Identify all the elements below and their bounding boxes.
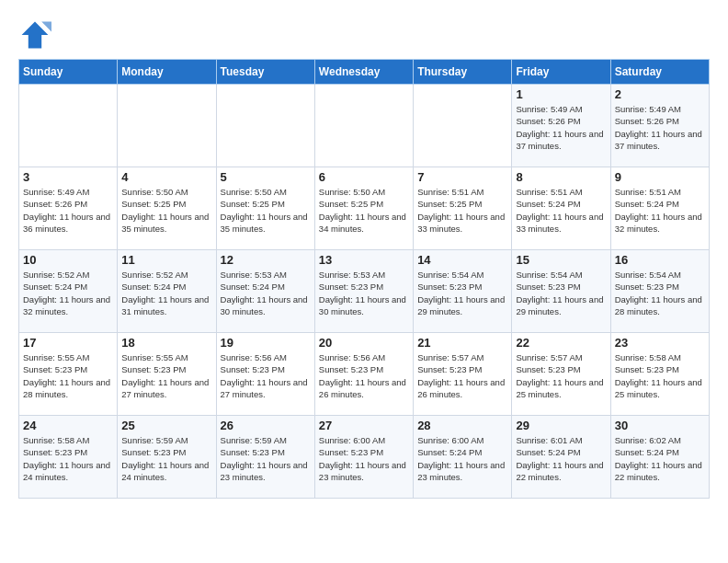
day-number: 16 bbox=[615, 253, 705, 267]
day-number: 2 bbox=[615, 87, 705, 101]
day-number: 10 bbox=[23, 253, 113, 267]
day-number: 9 bbox=[615, 170, 705, 184]
day-number: 1 bbox=[516, 87, 606, 101]
calendar-cell: 17Sunrise: 5:55 AM Sunset: 5:23 PM Dayli… bbox=[19, 333, 118, 416]
day-number: 4 bbox=[121, 170, 211, 184]
calendar-cell: 16Sunrise: 5:54 AM Sunset: 5:23 PM Dayli… bbox=[610, 250, 709, 333]
calendar-cell: 9Sunrise: 5:51 AM Sunset: 5:24 PM Daylig… bbox=[610, 167, 709, 250]
cell-info-text: Sunrise: 6:02 AM Sunset: 5:24 PM Dayligh… bbox=[615, 434, 705, 483]
cell-info-text: Sunrise: 5:53 AM Sunset: 5:24 PM Dayligh… bbox=[221, 269, 311, 317]
calendar-cell: 18Sunrise: 5:55 AM Sunset: 5:23 PM Dayli… bbox=[118, 333, 216, 416]
cell-info-text: Sunrise: 5:54 AM Sunset: 5:23 PM Dayligh… bbox=[417, 269, 507, 317]
calendar-cell: 1Sunrise: 5:49 AM Sunset: 5:26 PM Daylig… bbox=[512, 85, 610, 167]
calendar-cell bbox=[414, 85, 512, 167]
cell-info-text: Sunrise: 5:51 AM Sunset: 5:24 PM Dayligh… bbox=[615, 186, 705, 235]
cell-info-text: Sunrise: 5:56 AM Sunset: 5:23 PM Dayligh… bbox=[221, 351, 311, 400]
calendar-week-row: 24Sunrise: 5:58 AM Sunset: 5:23 PM Dayli… bbox=[19, 416, 710, 499]
calendar-cell: 3Sunrise: 5:49 AM Sunset: 5:26 PM Daylig… bbox=[19, 167, 118, 250]
calendar-cell: 8Sunrise: 5:51 AM Sunset: 5:24 PM Daylig… bbox=[512, 167, 610, 250]
cell-info-text: Sunrise: 5:49 AM Sunset: 5:26 PM Dayligh… bbox=[23, 186, 113, 235]
day-number: 23 bbox=[615, 336, 705, 350]
header-friday: Friday bbox=[512, 60, 610, 85]
day-number: 27 bbox=[319, 419, 409, 432]
cell-info-text: Sunrise: 5:54 AM Sunset: 5:23 PM Dayligh… bbox=[516, 269, 606, 317]
day-number: 18 bbox=[121, 336, 211, 350]
cell-info-text: Sunrise: 5:50 AM Sunset: 5:25 PM Dayligh… bbox=[221, 186, 311, 235]
calendar-cell: 12Sunrise: 5:53 AM Sunset: 5:24 PM Dayli… bbox=[216, 250, 314, 333]
header-sunday: Sunday bbox=[19, 60, 118, 85]
calendar-cell bbox=[314, 85, 413, 167]
calendar-cell: 23Sunrise: 5:58 AM Sunset: 5:23 PM Dayli… bbox=[610, 333, 709, 416]
cell-info-text: Sunrise: 5:50 AM Sunset: 5:25 PM Dayligh… bbox=[121, 186, 211, 235]
cell-info-text: Sunrise: 5:52 AM Sunset: 5:24 PM Dayligh… bbox=[121, 269, 211, 317]
day-number: 15 bbox=[516, 253, 606, 267]
cell-info-text: Sunrise: 5:54 AM Sunset: 5:23 PM Dayligh… bbox=[615, 269, 705, 317]
cell-info-text: Sunrise: 5:57 AM Sunset: 5:23 PM Dayligh… bbox=[516, 351, 606, 400]
day-number: 25 bbox=[121, 419, 211, 432]
calendar-week-row: 17Sunrise: 5:55 AM Sunset: 5:23 PM Dayli… bbox=[19, 333, 710, 416]
calendar-cell: 21Sunrise: 5:57 AM Sunset: 5:23 PM Dayli… bbox=[414, 333, 512, 416]
calendar-cell: 22Sunrise: 5:57 AM Sunset: 5:23 PM Dayli… bbox=[512, 333, 610, 416]
calendar-cell: 7Sunrise: 5:51 AM Sunset: 5:25 PM Daylig… bbox=[414, 167, 512, 250]
svg-marker-0 bbox=[22, 22, 49, 49]
day-number: 11 bbox=[121, 253, 211, 267]
day-number: 20 bbox=[319, 336, 409, 350]
day-number: 21 bbox=[417, 336, 507, 350]
calendar-table: SundayMondayTuesdayWednesdayThursdayFrid… bbox=[18, 59, 710, 499]
cell-info-text: Sunrise: 5:58 AM Sunset: 5:23 PM Dayligh… bbox=[23, 434, 113, 483]
calendar-week-row: 10Sunrise: 5:52 AM Sunset: 5:24 PM Dayli… bbox=[19, 250, 710, 333]
cell-info-text: Sunrise: 5:55 AM Sunset: 5:23 PM Dayligh… bbox=[121, 351, 211, 400]
calendar-cell: 26Sunrise: 5:59 AM Sunset: 5:23 PM Dayli… bbox=[216, 416, 314, 499]
calendar-cell: 24Sunrise: 5:58 AM Sunset: 5:23 PM Dayli… bbox=[19, 416, 118, 499]
day-number: 7 bbox=[417, 170, 507, 184]
cell-info-text: Sunrise: 5:59 AM Sunset: 5:23 PM Dayligh… bbox=[221, 434, 311, 483]
calendar-cell: 6Sunrise: 5:50 AM Sunset: 5:25 PM Daylig… bbox=[314, 167, 413, 250]
calendar-cell: 4Sunrise: 5:50 AM Sunset: 5:25 PM Daylig… bbox=[118, 167, 216, 250]
day-number: 30 bbox=[615, 419, 705, 432]
day-number: 24 bbox=[23, 419, 113, 432]
day-number: 28 bbox=[417, 419, 507, 432]
cell-info-text: Sunrise: 5:49 AM Sunset: 5:26 PM Dayligh… bbox=[615, 103, 705, 152]
calendar-cell: 19Sunrise: 5:56 AM Sunset: 5:23 PM Dayli… bbox=[216, 333, 314, 416]
calendar-cell: 20Sunrise: 5:56 AM Sunset: 5:23 PM Dayli… bbox=[314, 333, 413, 416]
day-number: 29 bbox=[516, 419, 606, 432]
calendar-cell: 25Sunrise: 5:59 AM Sunset: 5:23 PM Dayli… bbox=[118, 416, 216, 499]
header-tuesday: Tuesday bbox=[216, 60, 314, 85]
cell-info-text: Sunrise: 5:58 AM Sunset: 5:23 PM Dayligh… bbox=[615, 351, 705, 400]
cell-info-text: Sunrise: 5:59 AM Sunset: 5:23 PM Dayligh… bbox=[121, 434, 211, 483]
cell-info-text: Sunrise: 6:00 AM Sunset: 5:24 PM Dayligh… bbox=[417, 434, 507, 483]
header-wednesday: Wednesday bbox=[314, 60, 413, 85]
header-saturday: Saturday bbox=[610, 60, 709, 85]
day-number: 14 bbox=[417, 253, 507, 267]
calendar-cell: 29Sunrise: 6:01 AM Sunset: 5:24 PM Dayli… bbox=[512, 416, 610, 499]
cell-info-text: Sunrise: 5:50 AM Sunset: 5:25 PM Dayligh… bbox=[319, 186, 409, 235]
day-number: 26 bbox=[221, 419, 311, 432]
calendar-cell bbox=[19, 85, 118, 167]
cell-info-text: Sunrise: 5:51 AM Sunset: 5:25 PM Dayligh… bbox=[417, 186, 507, 235]
logo-icon bbox=[18, 18, 51, 52]
calendar-week-row: 3Sunrise: 5:49 AM Sunset: 5:26 PM Daylig… bbox=[19, 167, 710, 250]
header-thursday: Thursday bbox=[414, 60, 512, 85]
cell-info-text: Sunrise: 5:57 AM Sunset: 5:23 PM Dayligh… bbox=[417, 351, 507, 400]
cell-info-text: Sunrise: 5:53 AM Sunset: 5:23 PM Dayligh… bbox=[319, 269, 409, 317]
calendar-cell: 28Sunrise: 6:00 AM Sunset: 5:24 PM Dayli… bbox=[414, 416, 512, 499]
day-number: 12 bbox=[221, 253, 311, 267]
page-header bbox=[18, 18, 710, 52]
calendar-cell: 10Sunrise: 5:52 AM Sunset: 5:24 PM Dayli… bbox=[19, 250, 118, 333]
day-number: 6 bbox=[319, 170, 409, 184]
calendar-cell: 14Sunrise: 5:54 AM Sunset: 5:23 PM Dayli… bbox=[414, 250, 512, 333]
calendar-cell: 13Sunrise: 5:53 AM Sunset: 5:23 PM Dayli… bbox=[314, 250, 413, 333]
calendar-cell: 27Sunrise: 6:00 AM Sunset: 5:23 PM Dayli… bbox=[314, 416, 413, 499]
day-number: 22 bbox=[516, 336, 606, 350]
cell-info-text: Sunrise: 6:01 AM Sunset: 5:24 PM Dayligh… bbox=[516, 434, 606, 483]
day-number: 5 bbox=[221, 170, 311, 184]
calendar-cell bbox=[216, 85, 314, 167]
calendar-cell: 2Sunrise: 5:49 AM Sunset: 5:26 PM Daylig… bbox=[610, 85, 709, 167]
cell-info-text: Sunrise: 5:51 AM Sunset: 5:24 PM Dayligh… bbox=[516, 186, 606, 235]
calendar-cell: 5Sunrise: 5:50 AM Sunset: 5:25 PM Daylig… bbox=[216, 167, 314, 250]
day-number: 17 bbox=[23, 336, 113, 350]
cell-info-text: Sunrise: 6:00 AM Sunset: 5:23 PM Dayligh… bbox=[319, 434, 409, 483]
header-monday: Monday bbox=[118, 60, 216, 85]
logo bbox=[18, 18, 53, 52]
day-number: 13 bbox=[319, 253, 409, 267]
